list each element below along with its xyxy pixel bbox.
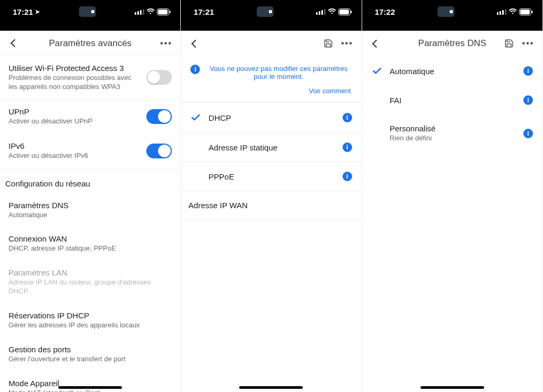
- status-bar: 17:21: [181, 0, 361, 23]
- wpa3-subtitle: Problèmes de connexion possibles avec le…: [8, 74, 140, 92]
- content-area: i Vous ne pouvez pas modifier ces paramè…: [181, 56, 361, 392]
- option-label: Personnalisé: [390, 124, 516, 133]
- row-dhcp-res[interactable]: Réservations IP DHCP Gérer les adresses …: [0, 304, 180, 337]
- row-lan: Paramètres LAN Adresse IP LAN du routeur…: [0, 261, 180, 304]
- check-icon: [190, 112, 201, 123]
- location-icon: ➤: [35, 8, 40, 15]
- upnp-toggle[interactable]: [146, 109, 172, 124]
- wifi-icon: [509, 8, 517, 15]
- option-auto[interactable]: Automatique i: [362, 56, 542, 86]
- status-time: 17:21: [194, 7, 214, 16]
- dns-subtitle: Automatique: [8, 211, 172, 220]
- wifi-icon: [146, 8, 155, 15]
- nav-header: Paramètres DNS •••: [362, 31, 542, 56]
- content-area: Automatique i FAI i Personnalisé Rien de…: [362, 56, 542, 392]
- banner-text: Vous ne pouvez pas modifier ces paramètr…: [205, 65, 352, 81]
- banner-link[interactable]: Voir comment: [181, 84, 361, 102]
- cell-signal-icon: [316, 9, 326, 15]
- back-button[interactable]: [367, 34, 386, 52]
- row-upnp[interactable]: UPnP Activer ou désactiver UPnP: [0, 100, 180, 134]
- section-network-config: Configuration du réseau: [0, 168, 180, 193]
- home-indicator[interactable]: [58, 386, 122, 389]
- info-button[interactable]: i: [343, 172, 352, 181]
- pip-indicator: [79, 6, 96, 17]
- option-label: PPPoE: [208, 172, 335, 181]
- save-button[interactable]: [500, 34, 518, 52]
- row-ports[interactable]: Gestion des ports Gérer l'ouverture et l…: [0, 337, 180, 371]
- screen-dns-settings: 17:22 Paramètres DNS ••• Automatique i: [362, 0, 543, 392]
- more-button[interactable]: •••: [157, 34, 175, 52]
- ipv6-subtitle: Activer ou désactiver IPv6: [8, 152, 140, 161]
- option-isp[interactable]: FAI i: [362, 86, 542, 114]
- dhcp-res-subtitle: Gérer les adresses IP des appareils loca…: [8, 321, 172, 330]
- info-button[interactable]: i: [343, 142, 352, 152]
- row-wan[interactable]: Connexion WAN DHCP, adresse IP statique,…: [0, 227, 180, 261]
- option-label: DHCP: [208, 113, 335, 122]
- page-title: Paramètres avancés: [0, 38, 180, 49]
- wpa3-title: Utiliser Wi-Fi Protected Access 3: [8, 64, 140, 73]
- row-device-mode[interactable]: Mode Appareil Mode NAT (standard) ou Pon…: [0, 371, 180, 392]
- svg-rect-8: [531, 11, 532, 13]
- ports-subtitle: Gérer l'ouverture et le transfert de por…: [8, 355, 172, 364]
- nav-header: Paramètres avancés •••: [0, 31, 180, 56]
- status-bar: 17:22: [362, 0, 542, 23]
- option-sublabel: Rien de défini: [390, 134, 516, 143]
- lan-subtitle: Adresse IP LAN du routeur, groupe d'adre…: [8, 278, 172, 296]
- option-pppoe[interactable]: PPPoE i: [181, 162, 361, 191]
- nav-header: •••: [181, 31, 361, 56]
- dns-title: Paramètres DNS: [8, 201, 172, 210]
- more-button[interactable]: •••: [519, 34, 537, 52]
- ipv6-title: IPv6: [8, 141, 140, 150]
- row-wpa3[interactable]: Utiliser Wi-Fi Protected Access 3 Problè…: [0, 56, 180, 100]
- upnp-subtitle: Activer ou désactiver UPnP: [8, 117, 140, 126]
- option-label: FAI: [390, 96, 516, 105]
- status-bar: 17:21 ➤: [0, 0, 180, 23]
- cell-signal-icon: [497, 9, 506, 15]
- wan-title: Connexion WAN: [8, 234, 172, 243]
- wan-subtitle: DHCP, adresse IP statique, PPPoE: [8, 244, 172, 253]
- wpa3-toggle[interactable]: [146, 70, 172, 85]
- more-icon: •••: [160, 39, 172, 48]
- chevron-left-icon: [372, 39, 381, 48]
- option-dhcp[interactable]: DHCP i: [181, 103, 361, 133]
- check-icon: [372, 66, 382, 76]
- info-button[interactable]: i: [523, 129, 533, 138]
- pip-indicator: [257, 6, 274, 17]
- option-static-ip[interactable]: Adresse IP statique i: [181, 133, 361, 162]
- home-indicator[interactable]: [421, 386, 484, 389]
- svg-rect-5: [351, 11, 352, 13]
- chevron-left-icon: [10, 39, 19, 48]
- info-button[interactable]: i: [343, 113, 352, 122]
- back-button[interactable]: [186, 34, 204, 52]
- row-dns[interactable]: Paramètres DNS Automatique: [0, 193, 180, 227]
- wan-ip-row[interactable]: Adresse IP WAN: [181, 191, 361, 220]
- option-label: Automatique: [390, 67, 516, 76]
- svg-rect-1: [158, 10, 168, 14]
- chevron-left-icon: [191, 39, 200, 48]
- screen-advanced-settings: 17:21 ➤ Paramètres avancés ••• Utiliser …: [0, 0, 181, 392]
- cell-signal-icon: [135, 9, 144, 15]
- upnp-title: UPnP: [8, 107, 140, 116]
- save-button[interactable]: [319, 34, 337, 52]
- save-icon: [504, 39, 514, 48]
- battery-icon: [338, 8, 352, 15]
- more-icon: •••: [522, 39, 535, 48]
- content-area: Utiliser Wi-Fi Protected Access 3 Problè…: [0, 56, 180, 392]
- home-indicator[interactable]: [239, 386, 303, 389]
- back-button[interactable]: [5, 34, 23, 52]
- option-custom[interactable]: Personnalisé Rien de défini i: [362, 114, 542, 153]
- screen-wan-connection: 17:21 ••• i Vous ne pouvez pas modifier …: [181, 0, 362, 392]
- info-button[interactable]: i: [523, 66, 533, 76]
- row-ipv6[interactable]: IPv6 Activer ou désactiver IPv6: [0, 134, 180, 168]
- more-icon: •••: [341, 39, 353, 48]
- lan-title: Paramètres LAN: [8, 268, 172, 277]
- battery-icon: [157, 8, 171, 15]
- device-mode-subtitle: Mode NAT (standard) ou Pont: [8, 389, 172, 392]
- info-button[interactable]: i: [523, 95, 533, 105]
- pip-indicator: [437, 6, 454, 17]
- info-banner: i Vous ne pouvez pas modifier ces paramè…: [181, 56, 361, 84]
- svg-rect-4: [339, 10, 349, 14]
- ipv6-toggle[interactable]: [146, 144, 172, 158]
- more-button[interactable]: •••: [338, 34, 356, 52]
- option-label: Adresse IP statique: [208, 143, 335, 152]
